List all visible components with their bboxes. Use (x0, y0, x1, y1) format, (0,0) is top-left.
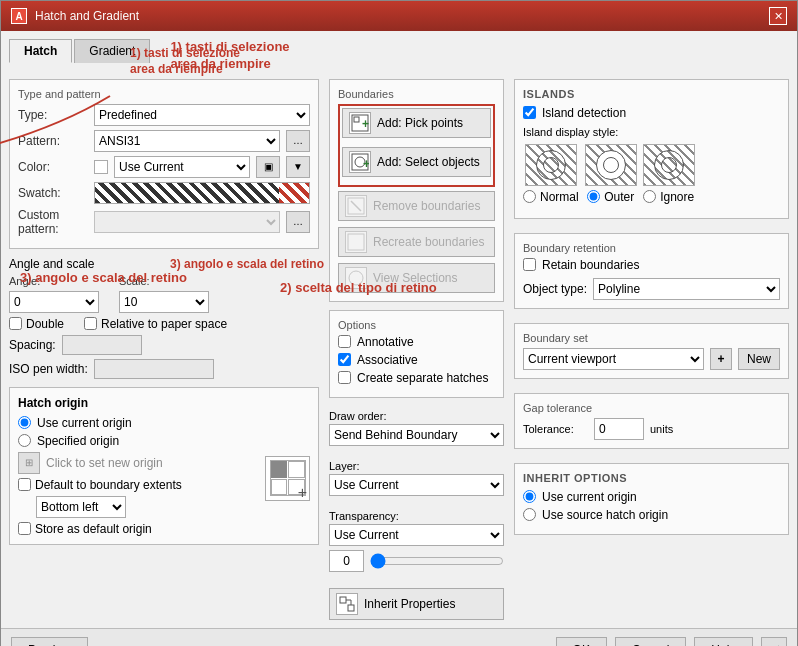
iso-input[interactable] (94, 359, 214, 379)
annotative-checkbox[interactable] (338, 335, 351, 348)
specified-radio[interactable] (18, 434, 31, 447)
inherit-label: Inherit Properties (364, 597, 455, 611)
remove-boundaries-button[interactable]: Remove boundaries (338, 191, 495, 221)
island-detection-checkbox[interactable] (523, 106, 536, 119)
double-row: Double (9, 317, 64, 331)
default-extent-checkbox[interactable] (18, 478, 31, 491)
inherit-svg (339, 596, 355, 612)
island-display-style-label: Island display style: (523, 126, 780, 138)
create-separate-checkbox[interactable] (338, 371, 351, 384)
draw-order-select[interactable]: Send Behind Boundary (329, 424, 504, 446)
double-relative-row: Double Relative to paper space (9, 317, 319, 331)
recreate-boundaries-button[interactable]: Recreate boundaries (338, 227, 495, 257)
bottom-left-select[interactable]: Bottom left (36, 496, 126, 518)
create-separate-label: Create separate hatches (357, 371, 488, 385)
svg-point-9 (349, 271, 363, 285)
pattern-select[interactable]: ANSI31 (94, 130, 280, 152)
ignore-radio[interactable] (643, 190, 656, 203)
expand-button[interactable]: ◄ (761, 637, 787, 646)
add-select-button[interactable]: + Add: Select objects (342, 147, 491, 177)
svg-rect-8 (348, 234, 364, 250)
bottom-left-row: Bottom left (36, 496, 259, 518)
color-btn2[interactable]: ▼ (286, 156, 310, 178)
custom-browse-button[interactable]: … (286, 211, 310, 233)
draw-order-section: Draw order: Send Behind Boundary (329, 410, 504, 446)
boundary-set-title: Boundary set (523, 332, 780, 344)
custom-label: Custom pattern: (18, 208, 88, 236)
default-extent-label: Default to boundary extents (35, 478, 182, 492)
scale-select[interactable]: 10 (119, 291, 209, 313)
gap-input[interactable] (594, 418, 644, 440)
pattern-label: Pattern: (18, 134, 88, 148)
bset-plus-button[interactable]: + (710, 348, 732, 370)
pattern-row: Pattern: ANSI31 … (18, 130, 310, 152)
view-selections-button[interactable]: View Selections (338, 263, 495, 293)
retain-checkbox[interactable] (523, 258, 536, 271)
type-select[interactable]: Predefined (94, 104, 310, 126)
associative-checkbox[interactable] (338, 353, 351, 366)
obj-type-select[interactable]: Polyline (593, 278, 780, 300)
boundary-set-section: Boundary set Current viewport + New (514, 323, 789, 379)
layer-section: Layer: Use Current (329, 460, 504, 496)
options-title: Options (338, 319, 495, 331)
hatch-origin-title: Hatch origin (18, 396, 310, 410)
ignore-inner-circle (661, 157, 677, 173)
specified-label: Specified origin (37, 434, 119, 448)
middle-panel: Boundaries + Add: Pi (329, 79, 504, 620)
close-button[interactable]: ✕ (769, 7, 787, 25)
click-set-label: Click to set new origin (46, 456, 163, 470)
pattern-browse-button[interactable]: … (286, 130, 310, 152)
layer-select[interactable]: Use Current (329, 474, 504, 496)
outer-radio[interactable] (587, 190, 600, 203)
scale-label: Scale: (119, 275, 209, 287)
gap-label: Tolerance: (523, 423, 588, 435)
island-detection-label: Island detection (542, 106, 626, 120)
double-checkbox[interactable] (9, 317, 22, 330)
tabs-row: Hatch Gradient (9, 39, 150, 63)
color-btn1[interactable]: ▣ (256, 156, 280, 178)
main-content: Type and pattern Type: Predefined Patter… (9, 79, 789, 620)
outer-radio-row: Outer (587, 190, 634, 204)
cancel-button[interactable]: Cancel (615, 637, 686, 646)
inherit-options-title: Inherit options (523, 472, 780, 484)
hatch-gradient-dialog: A Hatch and Gradient ✕ Hatch Gradient 1)… (0, 0, 798, 646)
help-button[interactable]: Help (694, 637, 753, 646)
tab-hatch[interactable]: Hatch (9, 39, 72, 63)
svg-text:+: + (363, 157, 369, 171)
inherit-properties-button[interactable]: Inherit Properties (329, 588, 504, 620)
bset-new-button[interactable]: New (738, 348, 780, 370)
swatch-box (94, 182, 310, 204)
tab-gradient[interactable]: Gradient (74, 39, 150, 63)
angle-select[interactable]: 0 (9, 291, 99, 313)
recreate-svg (347, 233, 365, 251)
bset-select[interactable]: Current viewport (523, 348, 704, 370)
ignore-label: Ignore (660, 190, 694, 204)
custom-select[interactable] (94, 211, 280, 233)
color-select[interactable]: Use Current (114, 156, 250, 178)
transparency-slider[interactable] (370, 553, 504, 569)
create-separate-row: Create separate hatches (338, 371, 495, 385)
click-set-icon[interactable]: ⊞ (18, 452, 40, 474)
preview-button[interactable]: Preview (11, 637, 88, 646)
store-checkbox[interactable] (18, 522, 31, 535)
normal-radio[interactable] (523, 190, 536, 203)
transparency-input[interactable] (329, 550, 364, 572)
spacing-input[interactable] (62, 335, 142, 355)
iso-label: ISO pen width: (9, 362, 88, 376)
inherit-use-current-radio[interactable] (523, 490, 536, 503)
relative-checkbox[interactable] (84, 317, 97, 330)
angle-scale-row: Angle: 0 Scale: 10 (9, 275, 319, 313)
ok-button[interactable]: OK (556, 637, 607, 646)
transparency-select[interactable]: Use Current (329, 524, 504, 546)
use-current-radio[interactable] (18, 416, 31, 429)
obj-type-row: Object type: Polyline (523, 278, 780, 300)
relative-label: Relative to paper space (101, 317, 227, 331)
add-pick-button[interactable]: + Add: Pick points (342, 108, 491, 138)
transparency-label: Transparency: (329, 510, 504, 522)
color-swatch (94, 160, 108, 174)
inherit-use-source-radio[interactable] (523, 508, 536, 521)
title-bar-left: A Hatch and Gradient (11, 8, 139, 24)
gap-tolerance-title: Gap tolerance (523, 402, 780, 414)
angle-scale-title: Angle and scale (9, 257, 94, 271)
click-set-row: ⊞ Click to set new origin (18, 452, 259, 474)
